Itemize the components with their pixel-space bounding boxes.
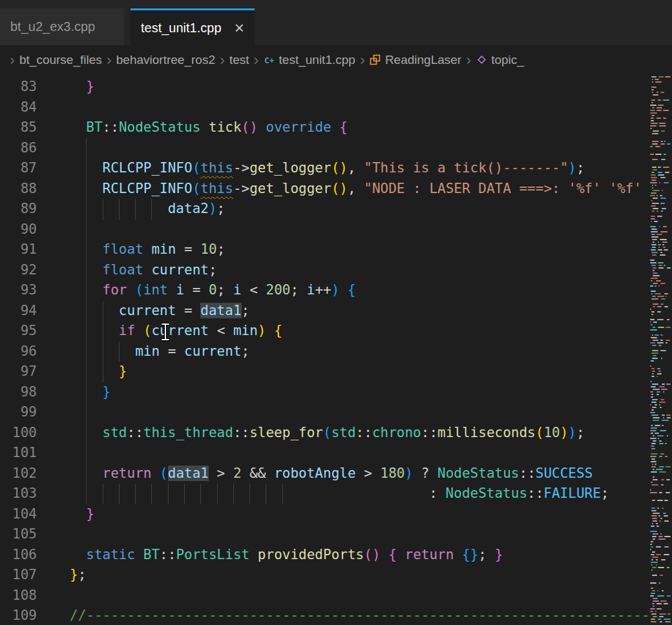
code-line[interactable]: 101 [0,443,649,464]
code-line[interactable]: 83 } [0,77,649,97]
code-token [135,323,143,338]
minimap-line [653,283,658,284]
code-line-text: } [37,77,94,97]
code-token: , [348,160,364,176]
code-line[interactable]: 96 min = current; [0,342,649,362]
minimap-line [650,262,656,263]
code-token: } [70,567,78,582]
code-token: override [266,119,331,135]
svg-text:C+: C+ [264,56,275,65]
code-line[interactable]: 94 current = data1; [0,301,649,322]
code-token: if [119,323,135,338]
minimap-line [652,81,653,83]
minimap-line [650,342,655,343]
breadcrumb-item[interactable]: topic_ [476,53,524,67]
code-line[interactable]: 97 } [0,362,649,382]
word-highlight: data1 [168,466,209,481]
minimap-line [658,99,661,101]
minimap-line [651,337,657,338]
code-lines: 83 }8485 BT::NodeStatus tick() override … [0,77,649,625]
minimap-line [658,244,661,245]
code-line[interactable]: 87 RCLCPP_INFO(this->get_logger(), "This… [0,158,649,179]
minimap-line [659,226,660,227]
breadcrumb-item[interactable]: ReadingLaser [370,53,461,67]
minimap-line [651,252,658,253]
code-token: ) [372,547,381,562]
code-line[interactable]: 103 : NodeStatus::FAILURE; [0,484,649,504]
code-line[interactable]: 106 static BT::PortsList providedPorts()… [0,545,649,566]
minimap-line [650,309,651,310]
code-line-text: } [37,382,110,403]
minimap-line [651,396,653,398]
tab-bt-u2-ex3[interactable]: bt_u2_ex3.cpp [0,8,124,45]
code-line[interactable]: 104 } [0,504,649,525]
minimap-line [660,231,667,232]
minimap-line [660,303,664,305]
breadcrumb-item[interactable]: test [229,53,249,67]
code-token: :: [160,547,176,562]
minimap-line [651,564,653,566]
minimap-line [664,293,668,294]
minimap-line [660,143,665,145]
minimap-line [652,373,654,374]
minimap-line [656,394,659,395]
code-line[interactable]: 91 float min = 10; [0,240,649,260]
code-line[interactable]: 92 float current; [0,260,649,281]
breadcrumb-item[interactable]: C+test_unit1.cpp [264,53,355,67]
code-token [70,282,103,298]
code-line-text: float current; [37,260,217,281]
code-area[interactable]: 83 }8485 BT::NodeStatus tick() override … [0,74,649,625]
breadcrumb-item-label: test_unit1.cpp [279,53,355,67]
code-line[interactable]: 95 if (current < min) { [0,321,649,342]
minimap-line [650,125,656,127]
code-line[interactable]: 100 std::this_thread::sleep_for(std::chr… [0,423,649,444]
code-line[interactable]: 107}; [0,565,649,586]
code-line[interactable]: 86 [0,138,649,159]
code-token: for [103,282,127,298]
minimap-line [661,358,662,359]
minimap-line [651,293,653,294]
code-line[interactable]: 108 [0,586,649,606]
minimap-line [651,280,653,282]
code-token: NodeStatus [119,119,200,135]
minimap-line [666,340,670,341]
code-line-text [37,586,70,606]
code-token: 10 [543,425,560,440]
minimap-line [650,260,655,261]
code-token: this [200,181,233,196]
breadcrumb-item[interactable]: behaviortree_ros2 [116,53,215,67]
code-token [249,547,258,562]
code-line[interactable]: 89 data2); [0,199,649,220]
minimap-line [651,402,656,403]
close-icon[interactable]: × [235,19,244,36]
minimap-line [653,417,660,418]
code-line[interactable]: 99 [0,402,649,423]
minimap-line [650,391,653,393]
breadcrumb-item[interactable]: bt_course_files [19,53,102,67]
code-line[interactable]: 98 } [0,382,649,403]
class-icon [370,54,381,66]
minimap-line [651,588,653,589]
code-line[interactable]: 105 [0,524,649,545]
minimap-line [659,386,665,387]
code-line[interactable]: 85 BT::NodeStatus tick() override { [0,118,649,138]
minimap-line [650,128,652,129]
minimap-line [651,482,653,483]
minimap-line [661,479,664,480]
minimap-line [651,466,656,467]
minimap-line [652,371,655,372]
code-line[interactable]: 93 for (int i = 0; i < 200; i++) { [0,280,649,301]
code-line[interactable]: 109//-----------------------------------… [0,606,649,625]
code-token: ; [242,343,250,359]
minimap-line [660,533,662,535]
tab-test-unit1[interactable]: test_unit1.cpp × [131,8,255,45]
minimap-line [651,409,654,411]
code-token: RCLCPP_INFO [103,181,193,196]
code-line[interactable]: 90 [0,220,649,240]
code-line[interactable]: 102 return (data1 > 2 && robotAngle > 18… [0,464,649,484]
code-line[interactable]: 88 RCLCPP_INFO(this->get_logger(), "NODE… [0,179,649,200]
minimap[interactable] [649,74,672,625]
minimap-line [664,554,669,555]
code-line[interactable]: 84 [0,97,649,118]
minimap-line [659,123,666,124]
